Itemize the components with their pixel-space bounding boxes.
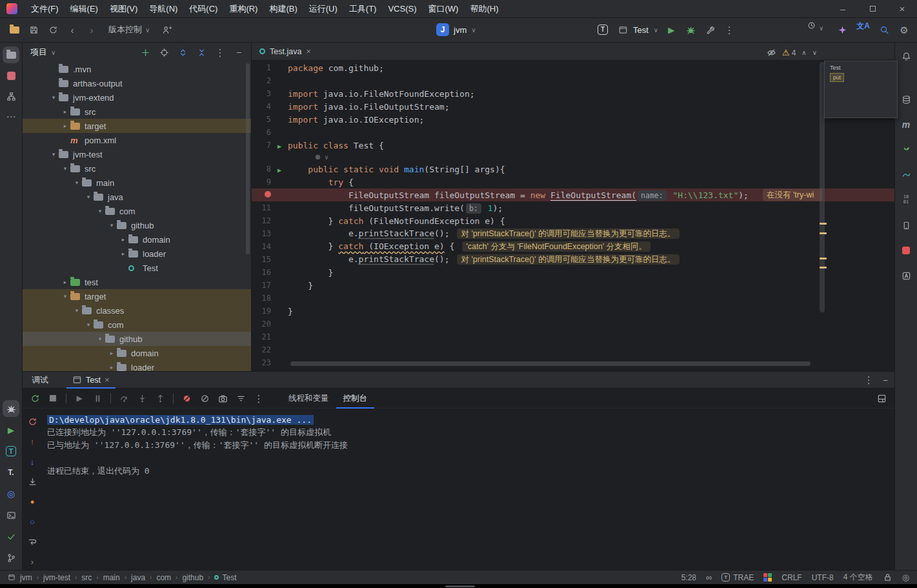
menu-item-导航(N)[interactable]: 导航(N): [143, 0, 183, 17]
red-square-icon[interactable]: [898, 242, 914, 259]
encoding-indicator[interactable]: UTF-8: [812, 573, 834, 582]
todo-icon[interactable]: T.: [3, 464, 19, 481]
warning-stripe-mark[interactable]: [820, 258, 827, 259]
code-line-11[interactable]: 11 fileOutputStream.write(b: 1);: [252, 201, 894, 214]
filter-icon[interactable]: [232, 390, 249, 407]
line-separator-indicator[interactable]: CRLF: [781, 573, 801, 582]
breadcrumb-item-com[interactable]: com: [156, 573, 171, 582]
code-vision-inlay[interactable]: ∨: [252, 152, 894, 163]
breadcrumb-item-Test[interactable]: Test: [214, 573, 236, 582]
chevron-down-icon[interactable]: ▾: [48, 94, 59, 101]
settings-icon[interactable]: ⚙: [895, 21, 913, 39]
console-line[interactable]: 进程已结束，退出代码为 0: [47, 465, 894, 478]
menu-item-VCS(S)[interactable]: VCS(S): [382, 0, 422, 17]
code-line-1[interactable]: 1package com.github;: [252, 61, 894, 74]
status-indicator-icon[interactable]: ◎: [902, 573, 909, 582]
project-icon[interactable]: [3, 46, 19, 63]
breadcrumb-item-src[interactable]: src: [81, 573, 92, 582]
breadcrumb-item-jvm[interactable]: jvm: [20, 573, 32, 582]
chevron-right-icon[interactable]: ▸: [118, 250, 128, 257]
open-project-icon[interactable]: [5, 21, 23, 39]
project-widget[interactable]: J jvm ∨: [431, 21, 481, 39]
resume-circle-icon[interactable]: ○: [25, 514, 39, 529]
back-icon[interactable]: ‹: [63, 21, 81, 39]
menu-item-编辑(E)[interactable]: 编辑(E): [65, 0, 104, 17]
menu-item-构建(B)[interactable]: 构建(B): [263, 0, 303, 17]
search-icon[interactable]: [875, 21, 893, 39]
code-line-15[interactable]: 15 e.printStackTrace();对 'printStackTrac…: [252, 253, 894, 266]
chevron-down-icon[interactable]: ∨: [51, 49, 55, 56]
chevron-down-icon[interactable]: ▾: [48, 151, 59, 157]
problems-icon[interactable]: [3, 528, 19, 545]
chevron-down-icon[interactable]: ▾: [60, 293, 70, 299]
close-icon[interactable]: ×: [105, 375, 110, 385]
save-icon[interactable]: [25, 21, 43, 39]
tree-item-domain[interactable]: ▸domain: [23, 232, 251, 247]
warning-stripe-mark[interactable]: [820, 267, 827, 269]
tree-item-target[interactable]: ▸target: [23, 119, 251, 133]
chevron-right-icon[interactable]: ▸: [60, 108, 70, 115]
console-line[interactable]: 已与地址为 ''127.0.0.1:3769''，传输：'套接字'' 的目标虚拟…: [47, 439, 894, 452]
code-line-22[interactable]: 22: [252, 343, 894, 356]
chevron-right-icon[interactable]: ▸: [118, 236, 128, 243]
warning-stripe-mark[interactable]: [820, 223, 827, 225]
notifications-icon[interactable]: [898, 48, 914, 65]
database-icon[interactable]: [898, 91, 914, 108]
plus-icon[interactable]: [138, 45, 152, 59]
git-icon[interactable]: [3, 549, 19, 566]
chevron-down-icon[interactable]: ▾: [72, 179, 82, 186]
minimize-button[interactable]: –: [828, 0, 858, 17]
trae-icon[interactable]: T: [594, 21, 612, 39]
breadcrumb-item-main[interactable]: main: [103, 573, 120, 582]
code-line-21[interactable]: 21: [252, 330, 894, 343]
chevron-down-icon[interactable]: ▾: [83, 194, 94, 200]
ai-assistant-icon[interactable]: [833, 21, 851, 39]
console-line[interactable]: [47, 452, 894, 465]
chevron-down-icon[interactable]: ▾: [95, 208, 105, 214]
stack-down-icon[interactable]: ↓: [25, 454, 39, 469]
more-icon[interactable]: ⋯: [3, 108, 19, 125]
close-icon[interactable]: ×: [306, 46, 311, 56]
code-line-10[interactable]: FileOutputStream fileOutputStream = new …: [252, 188, 894, 201]
run-config-icon[interactable]: [618, 25, 628, 35]
code-line-19[interactable]: 19}: [252, 305, 894, 318]
code-line-2[interactable]: 2: [252, 74, 894, 87]
editor-horizontal-scrollbar[interactable]: [290, 361, 811, 366]
chevron-right-icon[interactable]: ›: [25, 554, 39, 569]
code-line-4[interactable]: 4import java.io.FileOutputStream;: [252, 100, 894, 113]
trae-status-widget[interactable]: T TRAE: [721, 573, 754, 582]
expand-all-icon[interactable]: [176, 45, 190, 59]
run-icon[interactable]: ▶: [3, 421, 19, 438]
menu-item-视图(V)[interactable]: 视图(V): [104, 0, 143, 17]
tree-item-jvm-test[interactable]: ▾jvm-test: [23, 147, 251, 161]
run-gutter-icon[interactable]: ▶: [271, 141, 288, 150]
tree-item-arthas-output[interactable]: arthas-output: [23, 76, 251, 90]
chevron-right-icon[interactable]: ▸: [106, 364, 117, 370]
menu-item-工具(T)[interactable]: 工具(T): [343, 0, 383, 17]
debug-tab-线程和变量[interactable]: 线程和变量: [281, 389, 336, 409]
step-over-icon[interactable]: [116, 390, 132, 407]
chevron-down-icon[interactable]: ▾: [95, 336, 105, 342]
menu-item-代码(C)[interactable]: 代码(C): [183, 0, 223, 17]
maximize-button[interactable]: [858, 0, 887, 17]
more-vert-icon[interactable]: ⋮: [213, 45, 227, 59]
tree-item-com[interactable]: ▾com: [23, 204, 251, 218]
console-line[interactable]: 已连接到地址为 ''127.0.0.1:3769''，传输：'套接字'' 的目标…: [47, 426, 894, 439]
forward-icon[interactable]: ›: [83, 21, 101, 39]
project-panel-title[interactable]: 项目: [30, 46, 47, 58]
code-line-3[interactable]: 3import java.io.FileNotFoundException;: [252, 87, 894, 100]
editor-tab-test-java[interactable]: Test.java ×: [252, 43, 317, 61]
mute-breakpoints-icon[interactable]: [196, 390, 213, 407]
tree-item-test[interactable]: ▸test: [23, 275, 251, 289]
tree-item-pom.xml[interactable]: mpom.xml: [23, 133, 251, 147]
step-out-icon[interactable]: [152, 390, 168, 407]
indent-indicator[interactable]: 4 个空格: [843, 572, 873, 583]
chevron-down-icon[interactable]: ▾: [72, 307, 82, 314]
code-line-20[interactable]: 20: [252, 318, 894, 330]
run-button[interactable]: ▶: [662, 21, 680, 39]
prev-problem-icon[interactable]: ∧: [801, 49, 806, 56]
bytecode-icon[interactable]: 1001: [898, 192, 914, 208]
stack-up-icon[interactable]: ↑: [25, 434, 39, 449]
tree-item-target[interactable]: ▾target: [23, 289, 251, 303]
chevron-right-icon[interactable]: ▸: [60, 279, 70, 285]
